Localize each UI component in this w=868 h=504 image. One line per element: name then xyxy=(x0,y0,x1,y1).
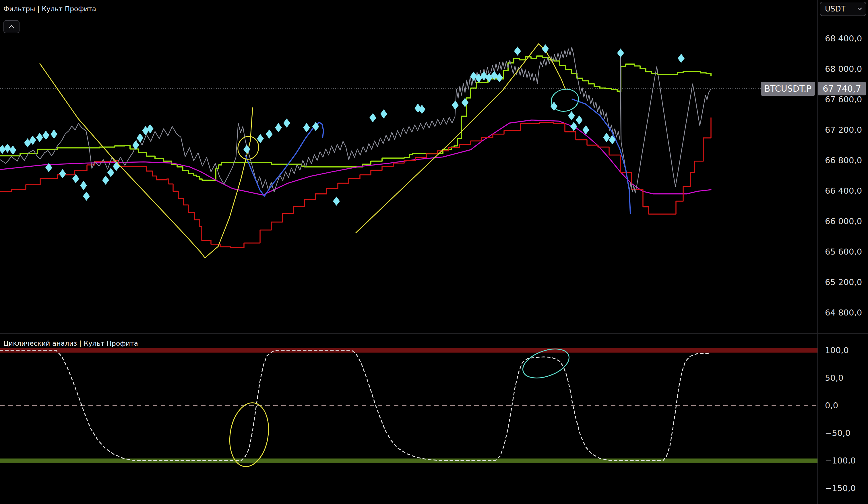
oscillator-axis-label: −50,0 xyxy=(825,428,850,438)
price-axis-label: 65 600,0 xyxy=(825,247,862,256)
overbought-band xyxy=(0,348,817,353)
price-axis-label: 68 000,0 xyxy=(825,64,862,74)
signal-diamond-marker xyxy=(102,175,109,185)
signal-diamond-marker xyxy=(380,110,387,119)
drawn-trend-line-blue-3[interactable] xyxy=(572,99,630,213)
signal-diamond-marker xyxy=(576,115,583,125)
oscillator-axis-label: −150,0 xyxy=(825,483,856,493)
drawn-trend-line-yellow-0[interactable] xyxy=(40,64,252,258)
collapse-indicator-button[interactable] xyxy=(3,20,20,33)
panel-divider[interactable] xyxy=(0,333,868,334)
symbol-price-label-badge: BTCUSDT.P xyxy=(761,82,815,96)
oscillator-plot xyxy=(0,343,817,470)
signal-diamond-marker xyxy=(303,123,310,132)
signal-diamond-marker xyxy=(10,145,17,154)
signal-diamond-marker xyxy=(80,181,87,190)
signal-diamond-marker xyxy=(83,192,90,201)
signal-diamond-marker xyxy=(132,141,139,150)
chevron-down-icon xyxy=(857,7,862,11)
price-axis-label: 64 800,0 xyxy=(825,308,862,317)
signal-diamond-marker xyxy=(36,133,43,142)
price-axis-label: 66 800,0 xyxy=(825,155,862,165)
oversold-band xyxy=(0,458,817,463)
signal-diamond-marker xyxy=(137,133,144,142)
current-price-badge: 67 740,7 xyxy=(818,82,866,95)
oscillator-axis-label: −100,0 xyxy=(825,456,856,465)
currency-unit-value: USDT xyxy=(825,4,857,13)
signal-diamond-marker xyxy=(51,130,58,139)
signal-diamond-marker xyxy=(266,130,273,139)
signal-diamond-marker xyxy=(4,144,11,153)
signal-diamond-marker xyxy=(107,168,114,177)
signal-diamond-marker xyxy=(42,131,49,140)
price-axis-label: 68 400,0 xyxy=(825,34,862,43)
signal-diamond-marker xyxy=(369,113,376,122)
chart-canvas[interactable] xyxy=(0,0,868,504)
oscillator-axis-label: 100,0 xyxy=(825,345,849,355)
price-axis[interactable]: 68 400,068 000,067 600,067 200,066 800,0… xyxy=(817,0,868,333)
oscillator-axis-label: 0,0 xyxy=(825,401,838,410)
price-axis-label: 65 200,0 xyxy=(825,277,862,287)
signal-diamond-marker xyxy=(333,196,340,206)
price-axis-label: 66 000,0 xyxy=(825,216,862,226)
series-mid-filter-line xyxy=(0,120,711,195)
signal-diamond-marker xyxy=(603,133,610,142)
oscillator-panel-indicator-title[interactable]: Циклический анализ | Культ Профита xyxy=(3,340,138,347)
series-price-line xyxy=(0,48,711,193)
signal-diamond-marker xyxy=(283,118,290,128)
signal-diamond-marker xyxy=(542,44,549,53)
price-axis-label: 67 600,0 xyxy=(825,94,862,104)
signal-diamond-marker xyxy=(570,122,577,131)
signal-diamond-marker xyxy=(514,47,521,56)
price-panel-indicator-title[interactable]: Фильтры | Культ Профита xyxy=(3,5,96,13)
currency-unit-select[interactable]: USDT xyxy=(820,2,866,16)
signal-diamond-marker xyxy=(617,49,624,58)
signal-diamond-marker xyxy=(452,101,459,110)
signal-diamond-marker xyxy=(59,169,66,179)
price-axis-label: 67 200,0 xyxy=(825,125,862,135)
oscillator-axis[interactable]: 100,050,00,0−50,0−100,0−150,0 xyxy=(817,333,868,504)
oscillator-axis-label: 50,0 xyxy=(825,373,844,383)
chevron-up-icon xyxy=(8,25,14,29)
price-panel-plot xyxy=(0,44,761,258)
signal-diamond-marker xyxy=(462,98,468,107)
signal-diamond-marker xyxy=(275,123,282,132)
signal-diamond-marker xyxy=(72,174,79,183)
signal-diamond-marker xyxy=(257,134,264,143)
signal-diamond-marker xyxy=(568,111,575,120)
trading-chart-window: Фильтры | Культ Профита Циклический анал… xyxy=(0,0,868,504)
signal-diamond-marker xyxy=(678,54,685,63)
price-axis-label: 66 400,0 xyxy=(825,186,862,196)
